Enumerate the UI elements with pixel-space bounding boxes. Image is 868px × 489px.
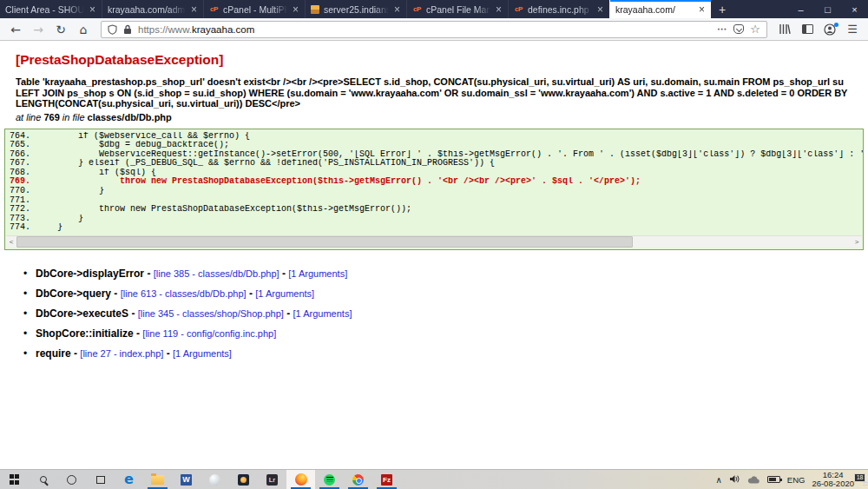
stack-link[interactable]: [1 Arguments] — [173, 348, 232, 359]
tab-title: Client Area - SHOUTCODER — [5, 4, 84, 15]
url-bar[interactable]: https://www.krayaaha.com ⋯ ☆ — [101, 21, 767, 38]
browser-tab-3[interactable]: cPcPanel - MultiPHP INI Ed× — [203, 0, 305, 18]
stack-separator: - — [163, 347, 173, 360]
tab-close-icon[interactable]: × — [190, 3, 198, 16]
browser-tab-5[interactable]: cPcPanel File Manager v3× — [406, 0, 508, 18]
battery-icon[interactable] — [767, 476, 780, 483]
stack-link[interactable]: [line 613 - classes/db/Db.php] — [121, 288, 247, 299]
taskbar-firefox-button[interactable] — [286, 470, 315, 489]
scrollbar-track[interactable] — [633, 236, 852, 248]
code-text: throw new PrestaShopDatabaseException($t… — [36, 205, 863, 215]
language-indicator[interactable]: ENG — [787, 475, 806, 485]
scroll-right-arrow-icon[interactable]: > — [852, 236, 862, 248]
close-button[interactable]: × — [841, 0, 868, 18]
lock-icon[interactable] — [123, 24, 132, 35]
code-line-767: 767. } elseif (_PS_DEBUG_SQL_ && $errno … — [5, 159, 863, 169]
speaker-icon[interactable] — [729, 472, 740, 487]
clock[interactable]: 16:24 26-08-2020 — [812, 471, 854, 488]
reload-button[interactable]: ↻ — [51, 21, 70, 38]
bookmark-star-icon[interactable]: ☆ — [750, 23, 760, 36]
taskbar-edge-button[interactable]: e — [115, 470, 143, 489]
tab-close-icon[interactable]: × — [698, 3, 706, 16]
library-icon[interactable] — [775, 21, 794, 38]
page-title: [PrestaShopDatabaseException] — [16, 52, 864, 68]
stack-link[interactable]: [1 Arguments] — [288, 268, 347, 279]
browser-tab-2[interactable]: krayaaha.com/admin106/× — [102, 0, 203, 18]
browser-window: Client Area - SHOUTCODER×krayaaha.com/ad… — [0, 0, 868, 489]
start-icon — [10, 474, 20, 485]
account-icon[interactable] — [820, 21, 839, 38]
taskbar-word-button[interactable]: W — [172, 470, 201, 489]
taskbar-spotify-button[interactable] — [315, 470, 344, 489]
tab-title: defines.inc.php - cPanel — [528, 4, 592, 15]
stack-separator: - — [111, 287, 121, 300]
taskbar-filezilla-button[interactable]: Fz — [372, 470, 401, 489]
code-line-770: 770. } — [5, 187, 863, 196]
cpanel-favicon: cP — [514, 4, 523, 14]
tab-close-icon[interactable]: × — [495, 3, 503, 16]
code-horizontal-scrollbar[interactable]: < > — [6, 235, 862, 248]
window-controls: – □ × — [787, 0, 868, 18]
stack-link[interactable]: [line 385 - classes/db/Db.php] — [154, 268, 279, 279]
stack-function-name: ShopCore::initialize — [36, 327, 134, 340]
stack-function-name: require — [36, 347, 71, 360]
stack-link[interactable]: [line 27 - index.php] — [80, 348, 163, 359]
tab-close-icon[interactable]: × — [393, 3, 401, 16]
cpanel-favicon: cP — [209, 4, 219, 14]
stack-link[interactable]: [1 Arguments] — [293, 308, 352, 319]
filezilla-icon: Fz — [381, 474, 392, 486]
taskbar-lightroom-button[interactable]: Lr — [258, 470, 286, 489]
cortana-icon — [67, 475, 76, 485]
taskbar-search-button[interactable] — [29, 470, 57, 489]
stack-link[interactable]: [line 119 - config/config.inc.php] — [142, 328, 276, 339]
code-text: $dbg = debug_backtrace(); — [36, 141, 863, 150]
code-text: throw new PrestaShopDatabaseException($t… — [36, 177, 863, 187]
tab-close-icon[interactable]: × — [89, 3, 96, 16]
taskbar-chrome-button[interactable] — [344, 470, 372, 489]
location-infix: in file — [62, 112, 85, 122]
taskbar-sphere-button[interactable] — [201, 470, 229, 489]
scrollbar-thumb[interactable] — [16, 236, 633, 248]
menu-icon[interactable]: ☰ — [843, 21, 862, 38]
scroll-left-arrow-icon[interactable]: < — [6, 236, 16, 248]
minimize-button[interactable]: – — [787, 0, 814, 18]
pocket-icon[interactable] — [733, 24, 744, 34]
system-tray: ∧ ENG 16:24 26-08-2020 18 — [715, 470, 868, 489]
browser-tab-7[interactable]: krayaaha.com/× — [609, 0, 711, 18]
stack-separator: - — [279, 268, 289, 280]
tab-close-icon[interactable]: × — [292, 3, 299, 16]
stack-link[interactable]: [1 Arguments] — [255, 288, 314, 299]
notification-badge: 18 — [854, 473, 865, 482]
new-tab-button[interactable]: + — [711, 0, 733, 18]
tab-close-icon[interactable]: × — [596, 3, 604, 16]
taskbar-explorer-button[interactable] — [143, 470, 172, 489]
tray-chevron-up-icon[interactable]: ∧ — [715, 475, 721, 485]
back-button[interactable]: ← — [6, 21, 25, 38]
server-favicon — [311, 5, 319, 14]
code-line-771: 771. — [5, 196, 863, 206]
forward-button[interactable]: → — [29, 21, 48, 38]
page-actions-icon[interactable]: ⋯ — [717, 23, 727, 35]
home-button[interactable]: ⌂ — [74, 21, 93, 38]
error-location: at line 769 in file classes/db/Db.php — [16, 112, 864, 122]
code-line-773: 773. } — [5, 215, 863, 224]
browser-tab-4[interactable]: server25.indianserverhos× — [305, 0, 406, 18]
browser-tab-6[interactable]: cPdefines.inc.php - cPanel× — [508, 0, 609, 18]
tracking-shield-icon[interactable] — [108, 24, 117, 35]
error-message: Table 'krayaaha_prestashop.ps_shop_url' … — [16, 76, 853, 109]
restore-button[interactable]: □ — [814, 0, 841, 18]
tab-list: Client Area - SHOUTCODER×krayaaha.com/ad… — [0, 0, 711, 18]
taskbar-taskview-button[interactable] — [86, 470, 115, 489]
account-notification-dot — [834, 23, 838, 27]
browser-tab-1[interactable]: Client Area - SHOUTCODER× — [0, 0, 102, 18]
onedrive-cloud-icon[interactable] — [747, 472, 760, 487]
taskbar-start-button[interactable] — [0, 470, 29, 489]
taskbar-cortana-button[interactable] — [57, 470, 86, 489]
code-line-766: 766. WebserviceRequest::getInstance()->s… — [5, 150, 863, 160]
code-text: WebserviceRequest::getInstance()->setErr… — [36, 150, 863, 160]
code-line-774: 774. } — [5, 223, 863, 233]
stack-separator: - — [71, 347, 81, 360]
stack-link[interactable]: [line 345 - classes/shop/Shop.php] — [138, 308, 284, 319]
sidebar-icon[interactable] — [798, 21, 817, 38]
taskbar-media-button[interactable] — [229, 470, 258, 489]
